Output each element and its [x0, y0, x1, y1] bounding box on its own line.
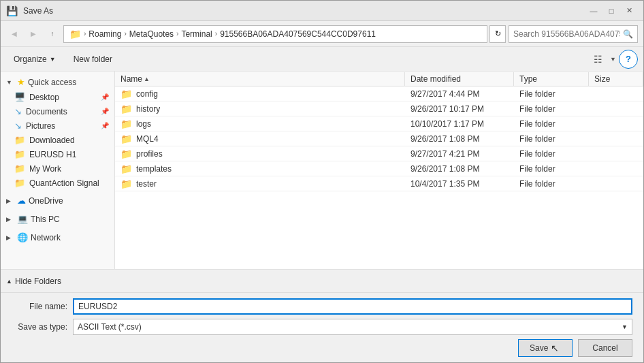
col-size-label: Size — [594, 74, 610, 84]
network-label: Network — [31, 233, 61, 242]
file-list: Name ▲ Date modified Type Size 📁 config — [115, 72, 643, 269]
cell-date: 9/27/2017 4:21 PM — [405, 148, 514, 160]
mywork-icon: 📁 — [14, 163, 25, 174]
address-path[interactable]: 📁 › Roaming › MetaQuotes › Terminal › 91… — [63, 25, 487, 43]
savetype-select[interactable]: ASCII Text (*.csv) ▼ — [73, 319, 632, 335]
sidebar-item-mywork[interactable]: 📁 My Work — [1, 161, 114, 176]
folder-icon: 📁 — [120, 119, 132, 129]
onedrive-header[interactable]: ▶ ☁ OneDrive — [1, 193, 114, 208]
onedrive-chevron-icon: ▶ — [6, 198, 14, 204]
quick-access-label: Quick access — [28, 78, 76, 87]
sidebar-item-quantaction[interactable]: 📁 QuantAction Signal — [1, 176, 114, 190]
desktop-label: Desktop — [29, 93, 59, 102]
cell-size — [589, 138, 643, 140]
thispc-chevron-icon: ▶ — [6, 216, 14, 223]
path-roaming[interactable]: Roaming — [88, 29, 121, 39]
close-button[interactable]: ✕ — [620, 4, 638, 18]
search-input[interactable] — [513, 29, 620, 39]
network-header[interactable]: ▶ 🌐 Network — [1, 230, 114, 245]
cell-date: 9/26/2017 1:08 PM — [405, 133, 514, 145]
maximize-button[interactable]: □ — [602, 4, 620, 18]
table-row[interactable]: 📁 templates 9/26/2017 1:08 PM File folde… — [115, 161, 643, 176]
refresh-button[interactable]: ↻ — [489, 25, 506, 43]
toolbar-right: ☷ ▼ ? — [588, 50, 638, 69]
quick-access-chevron-icon: ▼ — [6, 79, 14, 86]
toolbar: Organize ▼ New folder ☷ ▼ ? — [1, 47, 643, 72]
col-header-size[interactable]: Size — [589, 72, 643, 86]
hide-folders-chevron-icon: ▲ — [6, 278, 12, 285]
thispc-icon: 💻 — [17, 214, 28, 224]
table-row[interactable]: 📁 MQL4 9/26/2017 1:08 PM File folder — [115, 131, 643, 146]
filename-row: File name: — [12, 298, 632, 315]
sidebar: ▼ ★ Quick access 🖥️ Desktop 📌 ↘ Document… — [1, 72, 115, 269]
pictures-icon: ↘ — [14, 121, 22, 131]
path-icon: 📁 — [69, 29, 81, 40]
cell-date: 9/26/2017 10:17 PM — [405, 103, 514, 115]
search-box[interactable]: 🔍 — [509, 25, 638, 43]
network-chevron-icon: ▶ — [6, 234, 14, 241]
new-folder-button[interactable]: New folder — [66, 50, 120, 69]
path-terminal[interactable]: Terminal — [181, 29, 212, 39]
cell-name: 📁 templates — [115, 162, 405, 176]
form-actions: Save ↖ Cancel — [12, 339, 632, 357]
path-guid[interactable]: 915566BA06ADA407569C544CC0D97611 — [220, 29, 376, 39]
sidebar-item-documents[interactable]: ↘ Documents 📌 — [1, 104, 114, 119]
table-row[interactable]: 📁 history 9/26/2017 10:17 PM File folder — [115, 101, 643, 116]
bottombar: ▲ Hide Folders — [1, 269, 643, 292]
sidebar-item-pictures[interactable]: ↘ Pictures 📌 — [1, 119, 114, 133]
table-row[interactable]: 📁 profiles 9/27/2017 4:21 PM File folder — [115, 146, 643, 161]
hide-folders-label: Hide Folders — [15, 277, 61, 286]
documents-label: Documents — [26, 107, 67, 116]
quick-access-star-icon: ★ — [17, 77, 25, 87]
back-button[interactable]: ◀ — [6, 26, 22, 42]
col-header-type[interactable]: Type — [514, 72, 589, 86]
col-header-name[interactable]: Name ▲ — [115, 72, 405, 86]
cell-type: File folder — [514, 163, 589, 175]
save-label: Save — [530, 343, 548, 353]
network-section: ▶ 🌐 Network — [1, 230, 114, 245]
main-area: ▼ ★ Quick access 🖥️ Desktop 📌 ↘ Document… — [1, 72, 643, 269]
downloaded-label: Downloaded — [29, 136, 75, 145]
save-button[interactable]: Save ↖ — [518, 339, 573, 357]
cell-type: File folder — [514, 118, 589, 130]
up-button[interactable]: ↑ — [44, 26, 61, 42]
network-icon: 🌐 — [17, 232, 28, 242]
column-headers: Name ▲ Date modified Type Size — [115, 72, 643, 86]
organize-button[interactable]: Organize ▼ — [6, 50, 63, 69]
cell-size — [589, 123, 643, 125]
sidebar-item-eurusd[interactable]: 📁 EURUSD H1 — [1, 147, 114, 161]
help-button[interactable]: ? — [619, 50, 638, 69]
table-row[interactable]: 📁 tester 10/4/2017 1:35 PM File folder — [115, 176, 643, 191]
savetype-row: Save as type: ASCII Text (*.csv) ▼ — [12, 319, 632, 335]
documents-icon: ↘ — [14, 106, 22, 116]
minimize-button[interactable]: — — [585, 4, 602, 18]
path-metaquotes[interactable]: MetaQuotes — [129, 29, 174, 39]
downloaded-icon: 📁 — [14, 135, 25, 145]
window-title: Save As — [23, 6, 53, 16]
cancel-label: Cancel — [592, 343, 617, 353]
sidebar-item-downloaded[interactable]: 📁 Downloaded — [1, 133, 114, 147]
titlebar-controls: — □ ✕ — [585, 4, 638, 18]
table-row[interactable]: 📁 config 9/27/2017 4:44 PM File folder — [115, 86, 643, 101]
col-date-label: Date modified — [410, 74, 461, 84]
onedrive-label: OneDrive — [29, 196, 63, 206]
pin-icon-documents: 📌 — [101, 108, 109, 115]
organize-chevron-icon: ▼ — [50, 56, 56, 63]
table-row[interactable]: 📁 logs 10/10/2017 1:17 PM File folder — [115, 116, 643, 131]
filename-input[interactable] — [73, 298, 632, 315]
onedrive-cloud-icon: ☁ — [17, 195, 26, 206]
thispc-header[interactable]: ▶ 💻 This PC — [1, 211, 114, 227]
cancel-button[interactable]: Cancel — [578, 339, 632, 357]
view-toggle-button[interactable]: ☷ — [588, 50, 607, 69]
folder-icon: 📁 — [120, 178, 132, 189]
forward-button[interactable]: ▶ — [25, 26, 42, 42]
quick-access-section: ▼ ★ Quick access 🖥️ Desktop 📌 ↘ Document… — [1, 74, 114, 190]
onedrive-section: ▶ ☁ OneDrive — [1, 193, 114, 208]
hide-folders-button[interactable]: ▲ Hide Folders — [6, 277, 61, 286]
sidebar-item-desktop[interactable]: 🖥️ Desktop 📌 — [1, 90, 114, 104]
folder-icon: 📁 — [120, 89, 132, 99]
mywork-label: My Work — [29, 164, 61, 174]
quick-access-header[interactable]: ▼ ★ Quick access — [1, 74, 114, 90]
cell-type: File folder — [514, 178, 589, 190]
col-header-date[interactable]: Date modified — [405, 72, 514, 86]
